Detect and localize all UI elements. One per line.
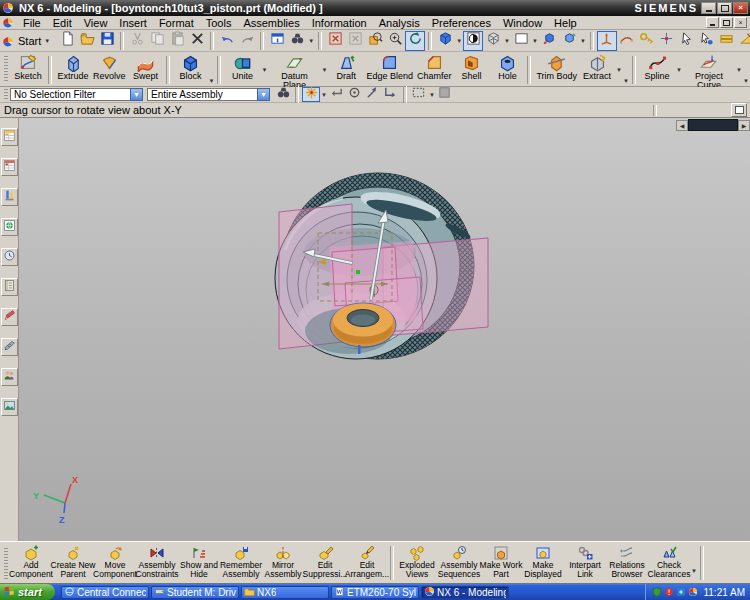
move-component-button[interactable]: MoveComponent [94,544,136,582]
info-window-button[interactable] [267,31,287,51]
hole-button[interactable]: Hole [489,53,525,86]
chevron-down-icon[interactable]: ▼ [504,38,510,44]
chevron-down-icon[interactable]: ▼ [456,38,462,44]
menu-window[interactable]: Window [497,17,548,29]
assembly-cube-button[interactable] [436,87,454,102]
chevron-down-icon[interactable]: ▼ [130,88,143,101]
shell-button[interactable]: Shell [453,53,489,86]
scrollbar-thumb[interactable] [688,119,738,131]
sketch-section-button[interactable] [617,31,637,51]
menu-view[interactable]: View [78,17,114,29]
find-binoculars-button[interactable] [287,31,307,51]
menu-help[interactable]: Help [548,17,583,29]
restore-button[interactable] [717,2,732,14]
child-minimize-button[interactable] [706,17,719,28]
menu-preferences[interactable]: Preferences [426,17,497,29]
mirror-assembly-button[interactable]: MirrorAssembly [262,544,304,582]
chevron-down-icon[interactable]: ▼ [429,92,435,98]
shield-green-icon[interactable] [652,583,662,600]
swept-button[interactable]: Swept [128,53,164,86]
add-component-button[interactable]: AddComponent [10,544,52,582]
toolbar-grip[interactable] [4,548,8,579]
fit-view-button[interactable] [325,31,345,51]
wireframe-cube-button[interactable] [483,31,503,51]
ruler-bars-button[interactable] [717,31,737,51]
close-button[interactable]: × [733,2,748,14]
hatch-knife-button[interactable] [1,338,18,356]
toolbar-grip[interactable] [4,89,8,101]
chevron-down-icon[interactable]: ▼ [321,67,327,73]
extract-button[interactable]: Extract [579,53,615,86]
arrow-corner-button[interactable] [382,87,400,102]
select-cursor-button[interactable] [677,31,697,51]
chevron-down-icon[interactable]: ▼ [261,67,267,73]
app-blue-icon[interactable] [676,583,686,600]
exploded-views-button[interactable]: ExplodedViews [396,544,438,582]
chevron-down-icon[interactable]: ▼ [691,568,697,574]
grid-yellow-button[interactable] [1,128,18,146]
menu-assemblies[interactable]: Assemblies [237,17,305,29]
zoom-area-button[interactable] [365,31,385,51]
toolbar-overflow-icon[interactable]: ▼ [209,78,215,84]
taskbar-task-student-m-d[interactable]: Student M: Drive (Co... [151,586,239,599]
redo-arrow-button[interactable] [237,31,257,51]
angle-ruler-button[interactable] [737,31,750,51]
piston-3d-scene[interactable]: X Y Z [19,118,750,541]
edit-suppressi-button[interactable]: EditSuppressi... [304,544,346,582]
orient-view-cube-button[interactable] [539,31,559,51]
chevron-down-icon[interactable]: ▼ [308,38,314,44]
paste-clipboard-button[interactable] [167,31,187,51]
open-folder-button[interactable] [77,31,97,51]
sketch-button[interactable]: Sketch [10,53,46,86]
chamfer-button[interactable]: Chamfer [415,53,454,86]
chevron-down-icon[interactable]: ▼ [532,38,538,44]
menu-file[interactable]: File [17,17,47,29]
edit-arrangem-button[interactable]: EditArrangem... [346,544,388,582]
relations-browser-button[interactable]: RelationsBrowser [606,544,648,582]
scroll-right-arrow[interactable]: ▶ [738,120,750,131]
unite-button[interactable]: Unite [224,53,260,86]
menu-tools[interactable]: Tools [200,17,238,29]
grid-red-button[interactable] [1,158,18,176]
create-new-parent-button[interactable]: Create NewParent [52,544,94,582]
people-button[interactable] [1,368,18,386]
color-pencil-button[interactable] [1,308,18,326]
child-restore-button[interactable] [720,17,733,28]
clock-button[interactable] [1,248,18,266]
assembly-sequences-button[interactable]: AssemblySequences [438,544,480,582]
chevron-down-icon[interactable]: ▼ [321,92,327,98]
make-work-part-button[interactable]: Make WorkPart [480,544,522,582]
trim-body-button[interactable]: Trim Body [534,53,579,86]
save-floppy-button[interactable] [97,31,117,51]
edge-blend-button[interactable]: Edge Blend [364,53,415,86]
taskbar-task-etm260-70-sy[interactable]: ETM260-70 Syllabus -... [331,586,419,599]
selection-filter-combo[interactable]: No Selection Filter ▼ [10,88,143,101]
nx-swirl-icon[interactable] [688,583,698,600]
dashed-rectangle-button[interactable] [410,87,428,102]
point-marker-button[interactable] [657,31,677,51]
chevron-down-icon[interactable]: ▼ [257,88,270,101]
circle-point-button[interactable] [346,87,364,102]
shaded-cube-button[interactable] [435,31,455,51]
remember-assembly-button[interactable]: RememberAssembly [220,544,262,582]
draft-button[interactable]: Draft [328,53,364,86]
assembly-constraints-button[interactable]: AssemblyConstraints [136,544,178,582]
landscape-button[interactable] [1,398,18,416]
start-button[interactable]: start [0,584,55,600]
chevron-down-icon[interactable]: ▼ [616,67,622,73]
show-and-hide-button[interactable]: Show andHide [178,544,220,582]
find-binoculars-button[interactable] [274,87,292,102]
key-icon-button[interactable] [637,31,657,51]
child-close-button[interactable]: × [734,17,747,28]
taskbar-task-nx-6-model[interactable]: NX 6 - Modeling - [bo... [421,586,509,599]
make-displayed-button[interactable]: MakeDisplayed [522,544,564,582]
graphics-window[interactable]: X Y Z ◀ ▶ [19,118,750,541]
rotate-view-button[interactable] [405,31,425,51]
binder-button[interactable] [1,278,18,296]
csys-triad-button[interactable] [597,31,617,51]
cut-scissors-button[interactable] [127,31,147,51]
toolbar-overflow-icon[interactable]: ▼ [623,78,629,84]
snap-cursor-button[interactable] [697,31,717,51]
chevron-down-icon[interactable]: ▼ [580,38,586,44]
block-button[interactable]: Block [173,53,209,86]
